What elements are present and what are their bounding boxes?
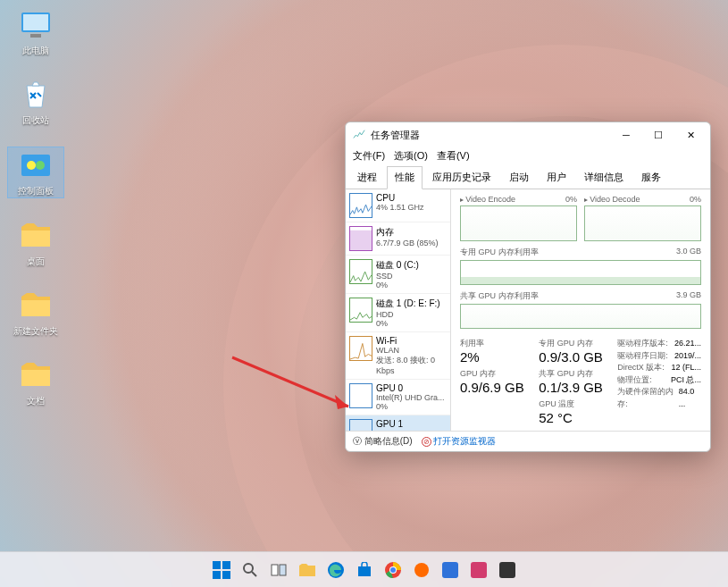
svg-point-23: [414, 563, 429, 577]
desktop-icon-label: 文档: [27, 395, 45, 407]
app-icon-4[interactable]: [495, 558, 520, 583]
desktop-icon-folder-2[interactable]: 新建文件夹: [7, 288, 64, 338]
app-icon-2[interactable]: [438, 558, 463, 583]
desktop-icon-folder-3[interactable]: 文档: [7, 357, 64, 407]
open-resource-monitor-link[interactable]: ⊘打开资源监视器: [422, 435, 496, 448]
stat-value-shared: 0.1/3.9 GB: [539, 380, 608, 395]
stat-label-shared: 共享 GPU 内存: [539, 368, 608, 380]
graph-shared-memory[interactable]: [460, 304, 701, 329]
menu-file[interactable]: 文件(F): [353, 149, 385, 163]
stat-value-dedicated: 0.9/3.0 GB: [539, 349, 608, 365]
svg-point-22: [390, 567, 396, 573]
stat-label-gpumem: GPU 内存: [460, 368, 530, 380]
task-manager-window: 任务管理器 ─ ☐ ✕ 文件(F) 选项(O) 查看(V) 进程 性能 应用历史…: [345, 122, 711, 452]
explorer-icon[interactable]: [295, 558, 320, 583]
menu-view[interactable]: 查看(V): [437, 149, 470, 163]
stat-value-temp: 52 °C: [539, 410, 608, 425]
svg-rect-10: [213, 561, 221, 569]
graph-max: 3.9 GB: [676, 290, 701, 302]
titlebar[interactable]: 任务管理器 ─ ☐ ✕: [346, 122, 710, 147]
graph-pct: 0%: [690, 195, 701, 204]
stat-label-dedicated: 专用 GPU 内存: [539, 338, 608, 349]
menu-options[interactable]: 选项(O): [394, 149, 428, 163]
edge-icon[interactable]: [323, 558, 348, 583]
start-button[interactable]: [209, 558, 234, 583]
stat-label-temp: GPU 温度: [539, 398, 608, 410]
sidebar-item-memory[interactable]: 内存6.7/7.9 GB (85%): [346, 222, 450, 256]
sidebar-item-gpu-1[interactable]: GPU 1NVIDIA GeForce... 2% (52 °C): [346, 415, 450, 431]
graph-label-video-encode: Video Encode: [460, 195, 515, 204]
stat-value-gpumem: 0.9/6.9 GB: [460, 380, 530, 395]
tab-details[interactable]: 详细信息: [576, 166, 632, 189]
svg-point-4: [27, 161, 36, 170]
graph-video-decode[interactable]: [584, 205, 701, 241]
stat-label-util: 利用率: [460, 338, 530, 349]
svg-rect-1: [23, 14, 48, 30]
tab-services[interactable]: 服务: [633, 166, 669, 189]
task-manager-icon: [353, 129, 365, 141]
tab-users[interactable]: 用户: [539, 166, 574, 189]
graph-label-shared: 共享 GPU 内存利用率: [460, 290, 539, 302]
menu-bar: 文件(F) 选项(O) 查看(V): [346, 147, 710, 166]
svg-rect-16: [272, 565, 278, 575]
tab-app-history[interactable]: 应用历史记录: [424, 166, 499, 189]
store-icon[interactable]: [352, 558, 377, 583]
taskbar: [0, 551, 728, 587]
graph-video-encode[interactable]: [460, 205, 577, 241]
performance-sidebar[interactable]: CPU4% 1.51 GHz 内存6.7/7.9 GB (85%) 磁盘 0 (…: [346, 189, 451, 431]
svg-rect-7: [350, 231, 372, 250]
desktop-icon-control-panel[interactable]: 控制面板: [7, 147, 64, 198]
fewer-details-button[interactable]: ⓥ 简略信息(D): [353, 435, 413, 448]
svg-rect-6: [353, 129, 365, 141]
sidebar-item-gpu-0[interactable]: GPU 0Intel(R) UHD Gra... 0%: [346, 380, 450, 415]
tab-startup[interactable]: 启动: [501, 166, 537, 189]
desktop-icon-recycle-bin[interactable]: 回收站: [7, 77, 64, 127]
sidebar-item-wifi[interactable]: Wi-FiWLAN 发送: 8.0 接收: 0 Kbps: [346, 332, 450, 380]
tab-bar: 进程 性能 应用历史记录 启动 用户 详细信息 服务: [346, 166, 710, 189]
footer: ⓥ 简略信息(D) ⊘打开资源监视器: [346, 431, 710, 451]
svg-rect-26: [499, 562, 515, 578]
desktop-icon-label: 回收站: [22, 114, 49, 127]
tab-performance[interactable]: 性能: [387, 166, 423, 189]
graph-label-video-decode: Video Decode: [584, 195, 640, 204]
desktop-icon-this-pc[interactable]: 此电脑: [7, 7, 64, 57]
chrome-icon[interactable]: [381, 558, 406, 583]
minimize-button[interactable]: ─: [610, 124, 642, 146]
graph-pct: 0%: [565, 195, 577, 204]
svg-rect-17: [280, 565, 286, 575]
graph-label-dedicated: 专用 GPU 内存利用率: [460, 247, 539, 258]
desktop-icon-folder-1[interactable]: 桌面: [7, 218, 64, 268]
svg-rect-11: [222, 561, 230, 569]
svg-rect-25: [471, 562, 487, 578]
sidebar-item-cpu[interactable]: CPU4% 1.51 GHz: [346, 189, 450, 222]
svg-point-14: [244, 564, 253, 573]
stat-value-util: 2%: [460, 349, 530, 365]
search-icon[interactable]: [238, 558, 263, 583]
taskview-icon[interactable]: [266, 558, 291, 583]
svg-line-15: [252, 572, 256, 576]
svg-point-5: [36, 161, 45, 170]
sidebar-item-disk-0[interactable]: 磁盘 0 (C:)SSD 0%: [346, 256, 450, 294]
app-icon-1[interactable]: [409, 558, 434, 583]
app-icon-3[interactable]: [466, 558, 491, 583]
graph-dedicated-memory[interactable]: [460, 260, 701, 285]
sidebar-item-disk-1[interactable]: 磁盘 1 (D: E: F:)HDD 0%: [346, 294, 450, 332]
maximize-button[interactable]: ☐: [642, 124, 674, 146]
desktop-icon-label: 此电脑: [22, 45, 49, 57]
graph-max: 3.0 GB: [676, 247, 701, 258]
desktop-icon-label: 新建文件夹: [13, 325, 58, 338]
svg-rect-2: [30, 34, 41, 38]
svg-rect-12: [213, 571, 221, 579]
window-title: 任务管理器: [371, 129, 610, 142]
desktop-icons: 此电脑 回收站 控制面板 桌面 新建文件夹 文档: [7, 7, 64, 407]
desktop-icon-label: 桌面: [27, 256, 45, 268]
svg-rect-13: [222, 571, 230, 579]
desktop-icon-label: 控制面板: [18, 185, 54, 197]
svg-rect-19: [358, 566, 371, 576]
tab-processes[interactable]: 进程: [349, 166, 385, 189]
svg-rect-24: [442, 562, 458, 578]
close-button[interactable]: ✕: [674, 124, 707, 146]
performance-detail: Video Encode0% Video Decode0% 专用 GPU 内存利…: [451, 189, 710, 431]
